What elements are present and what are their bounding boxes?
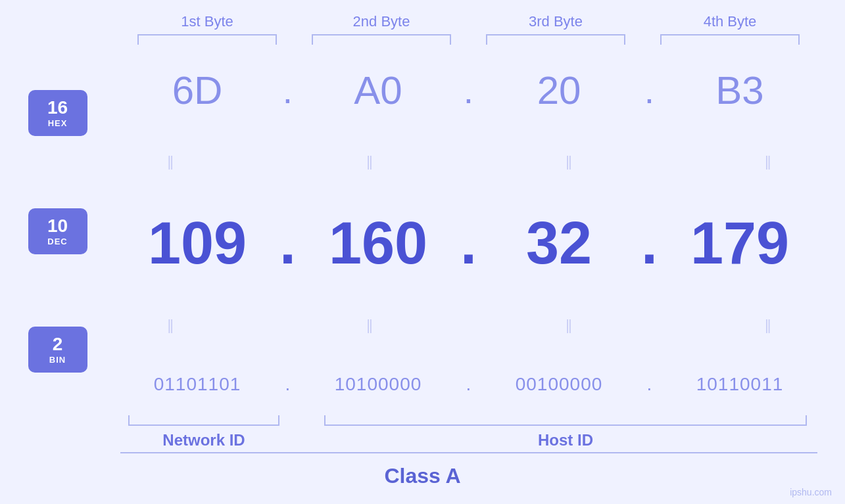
dec-dot-2: .	[460, 210, 477, 277]
bin-dot-3: .	[647, 374, 652, 395]
bin-badge: 2 BIN	[28, 327, 87, 373]
bin-dot-1: .	[285, 374, 291, 395]
byte-3-label: 3rd Byte	[529, 13, 583, 30]
network-id-label: Network ID	[162, 431, 245, 449]
equals-row-2: || || || ||	[120, 315, 817, 335]
pipe-1-2: ||	[366, 153, 371, 170]
dec-dot-3: .	[641, 210, 658, 277]
bin-val-4: 10110011	[696, 374, 784, 395]
pipe-2-3: ||	[566, 317, 570, 334]
hex-val-1: 6D	[172, 68, 223, 113]
dec-badge: 10 DEC	[28, 208, 87, 254]
bin-base-name: BIN	[49, 355, 66, 365]
byte-3-bracket	[486, 34, 625, 45]
hex-row: 6D . A0 . 20 . B3	[120, 65, 817, 116]
byte-col-4: 4th Byte	[643, 13, 817, 45]
byte-2-label: 2nd Byte	[353, 13, 410, 30]
bin-val-2: 10100000	[335, 374, 422, 395]
bin-val-3: 00100000	[516, 374, 603, 395]
hex-dot-3: .	[644, 70, 654, 112]
dec-base-name: DEC	[47, 237, 67, 246]
network-bracket	[128, 415, 279, 426]
byte-4-label: 4th Byte	[704, 13, 757, 30]
dec-val-3: 32	[526, 210, 592, 277]
network-host-row: Network ID Host ID	[120, 415, 817, 449]
hex-base-number: 16	[47, 98, 68, 118]
byte-col-3: 3rd Byte	[469, 13, 643, 45]
hex-val-4: B3	[715, 68, 763, 113]
hex-badge: 16 HEX	[28, 90, 87, 136]
dec-base-number: 10	[47, 216, 68, 237]
bin-base-number: 2	[53, 334, 63, 355]
pipe-1-1: ||	[167, 153, 172, 170]
dec-val-4: 179	[690, 210, 789, 277]
host-bracket-area: Host ID	[314, 415, 817, 449]
bin-val-1: 01101101	[154, 374, 241, 395]
pipe-2-1: ||	[167, 317, 172, 334]
dec-val-2: 160	[329, 210, 427, 277]
host-id-label: Host ID	[538, 431, 593, 449]
base-labels: 16 HEX 10 DEC 2 BIN	[28, 47, 120, 415]
byte-2-bracket	[312, 34, 451, 45]
class-row: Class A	[28, 452, 817, 491]
hex-val-2: A0	[354, 68, 402, 113]
dec-row: 109 . 160 . 32 . 179	[120, 207, 817, 280]
watermark: ipshu.com	[790, 487, 832, 497]
content-area: 16 HEX 10 DEC 2 BIN 6D . A0 . 20 . B3	[28, 47, 817, 415]
hex-dot-2: .	[464, 70, 473, 112]
host-bracket	[324, 415, 807, 426]
bin-row: 01101101 . 10100000 . 00100000 . 1011001…	[120, 371, 817, 398]
pipe-2-4: ||	[765, 317, 769, 334]
pipe-1-4: ||	[765, 153, 769, 170]
class-bracket-line	[120, 452, 817, 453]
hex-val-3: 20	[537, 68, 581, 113]
pipe-2-2: ||	[366, 317, 371, 334]
dec-dot-1: .	[279, 210, 296, 277]
byte-col-2: 2nd Byte	[295, 13, 469, 45]
network-bracket-area: Network ID	[120, 415, 288, 449]
bin-dot-2: .	[466, 374, 471, 395]
values-grid: 6D . A0 . 20 . B3 || || || || 109	[120, 47, 817, 415]
main-container: 1st Byte 2nd Byte 3rd Byte 4th Byte 16 H…	[0, 0, 845, 504]
pipe-1-3: ||	[566, 153, 570, 170]
hex-dot-1: .	[283, 70, 293, 112]
equals-row-1: || || || ||	[120, 152, 817, 172]
dec-val-1: 109	[148, 210, 247, 277]
class-label: Class A	[384, 464, 460, 488]
byte-headers-row: 1st Byte 2nd Byte 3rd Byte 4th Byte	[28, 13, 817, 45]
byte-1-label: 1st Byte	[181, 13, 233, 30]
byte-4-bracket	[660, 34, 800, 45]
hex-base-name: HEX	[48, 118, 68, 128]
bottom-section: Network ID Host ID Class A	[28, 415, 817, 491]
byte-col-1: 1st Byte	[120, 13, 295, 45]
byte-1-bracket	[137, 34, 277, 45]
